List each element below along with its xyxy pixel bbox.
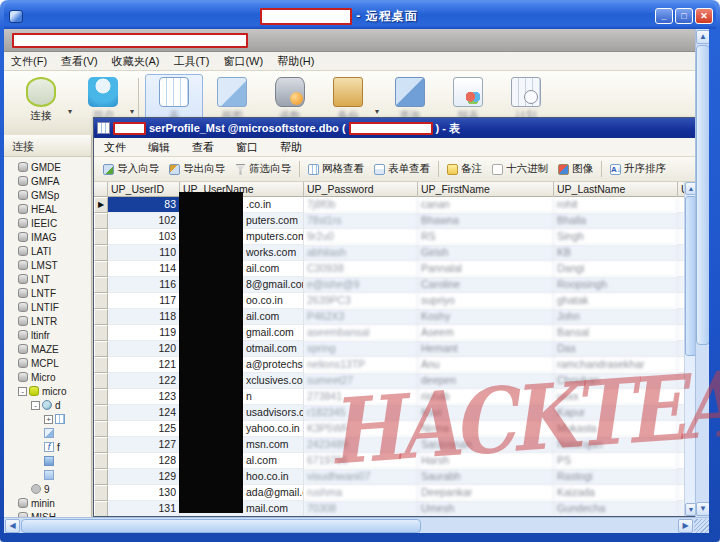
inner-toolbar-grid[interactable]: 网格查看 (303, 160, 369, 178)
cell-lastname[interactable]: Das (554, 341, 678, 357)
row-selector[interactable] (94, 213, 108, 229)
cell-lastname[interactable]: uxxx (554, 389, 678, 405)
tree-item[interactable] (4, 468, 91, 482)
cell-firstname[interactable]: Aseem (418, 325, 554, 341)
cell-password[interactable]: abhilash (304, 245, 418, 261)
dropdown-arrow-icon[interactable]: ▾ (68, 107, 72, 116)
cell-firstname[interactable]: Umesh (418, 501, 554, 516)
inner-toolbar-import[interactable]: 导入向导 (98, 160, 164, 178)
resize-grip[interactable] (694, 519, 709, 533)
tree-item-minin[interactable]: minin (4, 496, 91, 510)
rdp-vertical-scrollbar[interactable]: ▲ ▼ (695, 29, 709, 517)
tree-item-IMAG[interactable]: IMAG (4, 230, 91, 244)
tree-item-GMDE[interactable]: GMDE (4, 160, 91, 174)
cell-userid[interactable]: 127 (108, 437, 180, 453)
tree-item-MISH[interactable]: MISH (4, 510, 91, 517)
inner-menu-item[interactable]: 查看 (182, 140, 226, 155)
cell-lastname[interactable]: Dangi (554, 261, 678, 277)
cell-lastname[interactable]: KB (554, 245, 678, 261)
cell-password[interactable]: nelions13TP (304, 357, 418, 373)
tree-item-GMSp[interactable]: GMSp (4, 188, 91, 202)
row-selector[interactable] (94, 453, 108, 469)
table-viewer-titlebar[interactable]: serProfile_Mst @microsoftstore.dbo ( ) -… (94, 118, 696, 138)
cell-lastname[interactable]: John (554, 309, 678, 325)
tree-item-d[interactable]: -d (4, 398, 91, 412)
cell-userid[interactable]: 118 (108, 309, 180, 325)
cell-password[interactable]: P462X3 (304, 309, 418, 325)
inner-toolbar-hex[interactable]: 十六进制 (487, 160, 553, 178)
rdp-scroll-left-arrow[interactable]: ◀ (5, 519, 20, 533)
tree-item-Micro[interactable]: Micro (4, 370, 91, 384)
collapse-icon[interactable]: - (18, 387, 27, 396)
cell-userid[interactable]: 120 (108, 341, 180, 357)
cell-password[interactable]: C30938 (304, 261, 418, 277)
cell-lastname[interactable]: Bansal (554, 325, 678, 341)
cell-firstname[interactable]: Anu (418, 357, 554, 373)
row-selector[interactable] (94, 293, 108, 309)
cell-userid[interactable]: 122 (108, 373, 180, 389)
inner-menu-item[interactable]: 文件 (94, 140, 138, 155)
cell-lastname[interactable]: Chouhan (554, 373, 678, 389)
row-selector[interactable] (94, 277, 108, 293)
cell-password[interactable]: 2639PC3 (304, 293, 418, 309)
cell-firstname[interactable]: Bhawna (418, 213, 554, 229)
tree-item[interactable]: + (4, 412, 91, 426)
rdp-horizontal-scrollbar[interactable]: ◀ ▶ (4, 517, 709, 533)
rdp-hscroll-thumb[interactable] (21, 519, 421, 533)
row-selector[interactable] (94, 501, 108, 516)
toolbar-button-connect[interactable]: 连接 (12, 74, 70, 124)
inner-toolbar-memo[interactable]: 备注 (442, 160, 487, 178)
cell-firstname[interactable]: Pannalal (418, 261, 554, 277)
column-header-UP_FirstName[interactable]: UP_FirstName (418, 182, 554, 197)
cell-firstname[interactable]: Saurabh (418, 469, 554, 485)
tree-item-ltinfr[interactable]: ltinfr (4, 328, 91, 342)
cell-password[interactable]: 70308 (304, 501, 418, 516)
tree-item-LMST[interactable]: LMST (4, 258, 91, 272)
cell-firstname[interactable]: Saravanan (418, 437, 554, 453)
cell-password[interactable]: 273841 (304, 389, 418, 405)
cell-firstname[interactable]: Caroline (418, 277, 554, 293)
grid-corner-header[interactable] (94, 182, 108, 197)
cell-userid[interactable]: 116 (108, 277, 180, 293)
rdp-vscroll-thumb[interactable] (696, 45, 709, 345)
cell-lastname[interactable]: rohit (554, 197, 678, 213)
cell-userid[interactable]: 130 (108, 485, 180, 501)
row-selector[interactable] (94, 309, 108, 325)
cell-userid[interactable]: 110 (108, 245, 180, 261)
cell-userid[interactable]: 124 (108, 405, 180, 421)
cell-lastname[interactable]: ghatak (554, 293, 678, 309)
rdp-scroll-up-arrow[interactable]: ▲ (696, 30, 709, 44)
cell-lastname[interactable]: ramchandrasekhar (554, 357, 678, 373)
cell-firstname[interactable]: Harsh (418, 453, 554, 469)
cell-lastname[interactable]: Natarajan (554, 437, 678, 453)
tree-item-LATI[interactable]: LATI (4, 244, 91, 258)
inner-toolbar-form[interactable]: 表单查看 (369, 160, 435, 178)
row-selector[interactable] (94, 341, 108, 357)
cell-userid[interactable]: 117 (108, 293, 180, 309)
cell-lastname[interactable]: Gundecha (554, 501, 678, 516)
cell-userid[interactable]: 83 (108, 197, 180, 213)
row-selector[interactable] (94, 245, 108, 261)
cell-userid[interactable]: 114 (108, 261, 180, 277)
cell-lastname[interactable]: Roopsingh (554, 277, 678, 293)
row-selector[interactable] (94, 421, 108, 437)
cell-password[interactable]: aseembansal (304, 325, 418, 341)
cell-firstname[interactable]: Kavi (418, 405, 554, 421)
row-selector[interactable] (94, 229, 108, 245)
inner-menu-item[interactable]: 帮助 (270, 140, 314, 155)
dropdown-arrow-icon[interactable]: ▾ (130, 107, 134, 116)
cell-password[interactable]: visudhwani07 (304, 469, 418, 485)
rdp-scroll-down-arrow[interactable]: ▼ (696, 502, 709, 516)
cell-lastname[interactable]: Singh (554, 229, 678, 245)
tree-item[interactable] (4, 426, 91, 440)
tree-item-9[interactable]: 9 (4, 482, 91, 496)
row-selector[interactable] (94, 469, 108, 485)
row-selector[interactable] (94, 261, 108, 277)
inner-toolbar-image[interactable]: 图像 (553, 160, 598, 178)
row-selector[interactable]: ▶ (94, 197, 108, 213)
cell-firstname[interactable]: RS (418, 229, 554, 245)
column-header-UP_LastName[interactable]: UP_LastName (554, 182, 678, 197)
inner-toolbar-filter[interactable]: 筛选向导 (230, 160, 296, 178)
column-header-UP_Password[interactable]: UP_Password (304, 182, 418, 197)
cell-password[interactable]: spring (304, 341, 418, 357)
